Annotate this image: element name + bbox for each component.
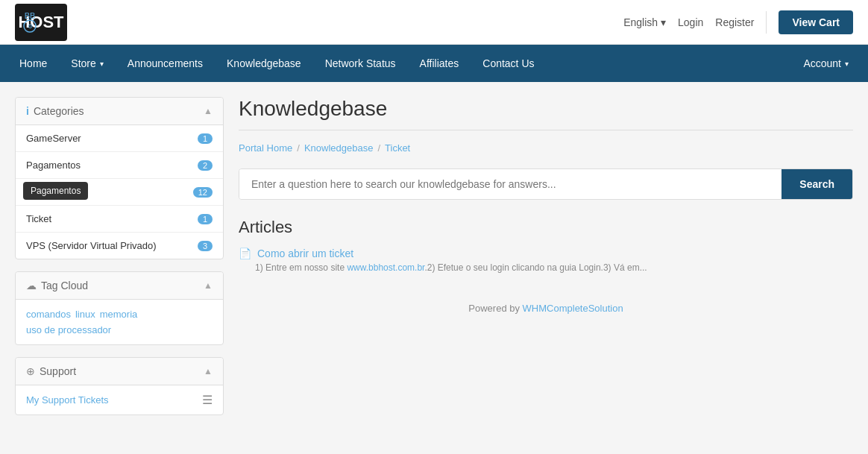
whmcomplete-link[interactable]: WHMCompleteSolution (523, 303, 623, 314)
sidebar-item-teamspeak[interactable]: Teamspeak 12 (16, 179, 223, 206)
breadcrumb-sep-2: / (377, 142, 380, 154)
article-excerpt: 1) Entre em nosso site www.bbhost.com.br… (239, 262, 853, 273)
article-link-como-abrir[interactable]: 📄 Como abrir um ticket (239, 248, 853, 259)
support-header: ⊕ Support ▲ (16, 358, 223, 385)
nav-network-status-label: Network Status (325, 57, 396, 69)
categories-section: i Categories ▲ GameServer 1 Pagamentos 2… (15, 97, 224, 259)
pagamentos-badge: 2 (198, 160, 213, 171)
svg-text:BB: BB (25, 11, 36, 20)
support-title: Support (40, 365, 76, 377)
sidebar-item-vps[interactable]: VPS (Servidor Virtual Privado) 3 (16, 233, 223, 259)
nav-item-network-status[interactable]: Network Status (313, 45, 408, 82)
view-cart-button[interactable]: View Cart (779, 10, 853, 34)
tag-cloud-list: comandos linux memoria uso de processado… (16, 300, 223, 344)
breadcrumb-sep-1: / (297, 142, 300, 154)
nav-item-knowledgebase[interactable]: Knowledgebase (215, 45, 313, 82)
breadcrumb: Portal Home / Knowledgebase / Ticket (239, 142, 853, 154)
powered-by-text: Powered by (468, 303, 522, 314)
breadcrumb-knowledgebase[interactable]: Knowledgebase (304, 142, 374, 154)
tag-linux[interactable]: linux (75, 309, 95, 320)
nav-home-label: Home (19, 57, 47, 69)
logo-icon: HOST BB ⚙ (15, 4, 67, 41)
nav-account-label: Account (803, 57, 841, 69)
ticket-label: Ticket (26, 213, 51, 224)
nav-account[interactable]: Account ▾ (791, 45, 861, 82)
search-input[interactable] (239, 169, 781, 199)
page-title: Knowledgebase (239, 97, 853, 130)
teamspeak-badge: 12 (193, 187, 213, 198)
content-area: Knowledgebase Portal Home / Knowledgebas… (239, 97, 853, 427)
tagcloud-section: ☁ Tag Cloud ▲ comandos linux memoria uso… (15, 271, 224, 345)
top-right-area: English ▾ Login Register View Cart (623, 10, 853, 34)
categories-collapse-icon[interactable]: ▲ (204, 106, 213, 116)
support-header-left: ⊕ Support (26, 365, 76, 377)
language-selector[interactable]: English ▾ (623, 16, 666, 28)
search-button[interactable]: Search (781, 169, 852, 199)
tag-comandos[interactable]: comandos (26, 309, 71, 320)
article-doc-icon: 📄 (239, 248, 251, 259)
tagcloud-title: Tag Cloud (41, 280, 88, 291)
nav-item-store[interactable]: Store ▾ (59, 45, 115, 82)
my-support-tickets-label: My Support Tickets (26, 394, 109, 406)
nav-knowledgebase-label: Knowledgebase (227, 57, 301, 69)
cloud-icon: ☁ (26, 280, 37, 291)
lang-chevron-icon: ▾ (661, 16, 666, 28)
tagcloud-header-left: ☁ Tag Cloud (26, 280, 88, 291)
sidebar-item-pagamentos[interactable]: Pagamentos 2 Pagamentos (16, 152, 223, 179)
vps-label: VPS (Servidor Virtual Privado) (26, 240, 157, 251)
support-section: ⊕ Support ▲ My Support Tickets ☰ (15, 357, 224, 415)
categories-header: i Categories ▲ (16, 98, 223, 125)
language-label: English (623, 16, 658, 28)
vps-badge: 3 (198, 241, 213, 251)
nav-item-announcements[interactable]: Announcements (116, 45, 215, 82)
tagcloud-collapse-icon[interactable]: ▲ (204, 280, 213, 291)
info-icon: i (26, 105, 29, 117)
support-icon: ⊕ (26, 365, 35, 377)
account-chevron-icon: ▾ (845, 60, 849, 68)
nav-announcements-label: Announcements (128, 57, 203, 69)
breadcrumb-ticket[interactable]: Ticket (385, 142, 410, 154)
main-container: i Categories ▲ GameServer 1 Pagamentos 2… (0, 82, 868, 442)
search-box: Search (239, 168, 853, 200)
breadcrumb-portal-home[interactable]: Portal Home (239, 142, 292, 154)
svg-text:⚙: ⚙ (28, 23, 33, 30)
categories-header-left: i Categories (26, 105, 84, 117)
article-excerpt-link[interactable]: www.bbhost.com.br (347, 262, 424, 273)
sidebar-item-gameserver[interactable]: GameServer 1 (16, 125, 223, 152)
nav-item-contact-us[interactable]: Contact Us (471, 45, 546, 82)
teamspeak-label: Teamspeak (26, 186, 75, 198)
ticket-badge: 1 (198, 214, 213, 224)
support-collapse-icon[interactable]: ▲ (204, 366, 213, 376)
tag-uso-de-processador[interactable]: uso de processador (26, 324, 111, 335)
nav-store-label: Store (71, 57, 95, 69)
tag-memoria[interactable]: memoria (100, 309, 138, 320)
tagcloud-header: ☁ Tag Cloud ▲ (16, 272, 223, 300)
nav-affiliates-label: Affiliates (420, 57, 459, 69)
register-link[interactable]: Register (715, 16, 754, 28)
ticket-list-icon: ☰ (202, 393, 213, 407)
nav-contact-us-label: Contact Us (482, 57, 534, 69)
nav-bar: Home Store ▾ Announcements Knowledgebase… (0, 45, 868, 82)
powered-by: Powered by WHMCompleteSolution (239, 303, 853, 314)
logo-area: HOST BB ⚙ (15, 4, 67, 41)
article-title: Como abrir um ticket (257, 248, 353, 259)
sidebar-item-my-support-tickets[interactable]: My Support Tickets ☰ (16, 385, 223, 414)
store-chevron-icon: ▾ (100, 60, 104, 68)
nav-item-home[interactable]: Home (7, 45, 59, 82)
login-link[interactable]: Login (678, 16, 703, 28)
articles-title: Articles (239, 218, 853, 237)
gameserver-badge: 1 (198, 133, 213, 144)
top-bar: HOST BB ⚙ English ▾ Login Register View … (0, 0, 868, 45)
gameserver-label: GameServer (26, 133, 81, 144)
categories-title: Categories (34, 105, 84, 117)
pagamentos-label: Pagamentos (26, 160, 81, 171)
sidebar-item-ticket[interactable]: Ticket 1 (16, 206, 223, 233)
article-item: 📄 Como abrir um ticket 1) Entre em nosso… (239, 248, 853, 273)
sidebar: i Categories ▲ GameServer 1 Pagamentos 2… (15, 97, 224, 427)
nav-item-affiliates[interactable]: Affiliates (408, 45, 471, 82)
